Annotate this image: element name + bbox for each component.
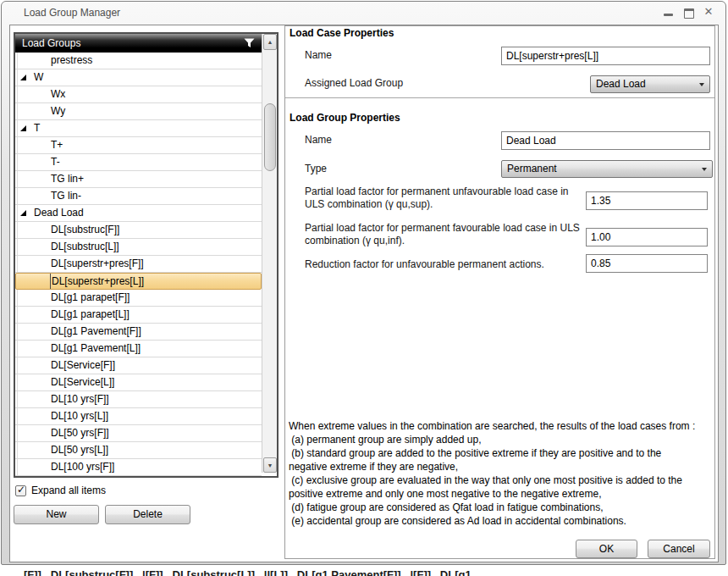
background-window-clipped-text: [F]] DL[substruc[F]] |[F]] DL[substruc[L… <box>24 568 498 576</box>
tree-item[interactable]: DL[g1 Pavement[F]] <box>15 324 262 341</box>
expander-icon[interactable] <box>20 125 26 131</box>
tree-group-item[interactable]: Dead Load <box>15 205 262 222</box>
tree-item[interactable]: TG lin+ <box>15 171 262 188</box>
tree-item-label: DL[10 yrs[L]] <box>51 408 108 424</box>
load-group-name-label: Name <box>305 134 332 146</box>
tree-item[interactable]: DL[substruc[L]] <box>15 239 262 256</box>
tree-item-label: DL[50 yrs[L]] <box>51 442 108 458</box>
assigned-load-group-label: Assigned Load Group <box>305 77 403 89</box>
tree-item-label: T- <box>51 154 60 170</box>
screen: [F]] DL[substruc[F]] |[F]] DL[substruc[L… <box>0 0 728 576</box>
load-groups-tree: Load Groups prestressWWxWyTT+T-TG lin+TG… <box>14 32 279 478</box>
expand-all-label: Expand all items <box>31 485 106 496</box>
tree-item[interactable]: DL[g1 Pavement[L]] <box>15 341 262 357</box>
filter-icon[interactable] <box>244 38 255 48</box>
tree-item[interactable]: Wy <box>15 103 262 120</box>
tree-group-item[interactable]: W <box>15 69 262 86</box>
maximize-icon[interactable] <box>684 8 694 19</box>
expander-icon[interactable] <box>20 75 26 80</box>
tree-item[interactable]: DL[substruc[F]] <box>15 222 262 239</box>
tree-item[interactable]: DL[50 yrs[F]] <box>15 425 262 442</box>
scrollbar-thumb[interactable] <box>264 103 276 171</box>
tree-item[interactable]: Wx <box>15 86 262 103</box>
tree-item[interactable]: DL[g1 parapet[L]] <box>15 307 262 324</box>
tree-item-label: TG lin+ <box>51 171 84 187</box>
new-button[interactable]: New <box>14 505 99 524</box>
tree-item-label: DL[50 yrs[F]] <box>51 425 109 441</box>
tree-rows: prestressWWxWyTT+T-TG lin+TG lin-Dead Lo… <box>15 53 262 476</box>
assigned-load-group-combobox[interactable]: Dead Load <box>590 75 710 93</box>
tree-item[interactable]: DL[100 yrs[F]] <box>15 459 262 476</box>
delete-button[interactable]: Delete <box>105 505 190 524</box>
factor-favourable-input[interactable] <box>586 228 708 246</box>
tree-item-label: prestress <box>51 53 92 69</box>
load-case-properties-heading: Load Case Properties <box>290 27 394 39</box>
tree-item[interactable]: DL[g1 parapet[F]] <box>15 290 262 307</box>
section-separator <box>285 97 714 98</box>
tree-item-label: Wx <box>51 86 65 102</box>
load-group-type-value: Permanent <box>507 163 557 174</box>
tree-header: Load Groups <box>15 34 262 53</box>
load-case-name-label: Name <box>305 49 332 61</box>
expander-icon[interactable] <box>20 210 26 216</box>
tree-item-label: DL[g1 parapet[L]] <box>51 307 130 323</box>
load-case-name-input[interactable] <box>501 47 710 65</box>
tree-group-item[interactable]: T <box>15 120 262 137</box>
tree-item-label: DL[superstr+pres[F]] <box>51 256 144 272</box>
tree-item-label: Dead Load <box>34 205 84 221</box>
tree-item-label: DL[10 yrs[F]] <box>51 391 109 407</box>
scroll-up-icon[interactable]: ▲ <box>263 34 277 50</box>
tree-item-label: W <box>34 69 43 86</box>
tree-item[interactable]: prestress <box>15 53 262 69</box>
factor-unfavourable-label: Partial load factor for permanent unfavo… <box>305 186 586 211</box>
tree-header-label: Load Groups <box>22 37 80 49</box>
load-group-name-input[interactable] <box>501 131 710 150</box>
ok-button[interactable]: OK <box>576 540 637 558</box>
checkbox-check-icon: ✓ <box>17 484 25 496</box>
expand-all-checkbox[interactable]: ✓ <box>15 485 26 496</box>
minimize-icon[interactable] <box>664 14 673 16</box>
tree-item-label: DL[substruc[F]] <box>51 222 119 238</box>
factor-favourable-label: Partial load factor for permanent favour… <box>305 222 586 247</box>
tree-item[interactable]: DL[Service[L]] <box>15 374 262 391</box>
close-icon[interactable]: ✕ <box>702 5 715 18</box>
tree-item[interactable]: DL[superstr+pres[L]] <box>15 273 262 290</box>
tree-item-label: DL[superstr+pres[L]] <box>52 274 144 290</box>
tree-item[interactable]: DL[Service[F]] <box>15 357 262 374</box>
tree-item[interactable]: DL[10 yrs[L]] <box>15 408 262 425</box>
tree-item[interactable]: T+ <box>15 137 262 154</box>
tree-item-label: DL[Service[F]] <box>51 357 115 374</box>
tree-item-label: DL[100 yrs[F]] <box>51 459 114 475</box>
reduction-factor-label: Reduction factor for unfavourable perman… <box>305 258 586 271</box>
tree-item-label: DL[g1 parapet[F]] <box>51 290 130 306</box>
tree-item-label: T <box>34 120 40 136</box>
dropdown-arrow-icon <box>699 83 704 86</box>
reduction-factor-input[interactable] <box>586 254 708 273</box>
tree-item-label: DL[g1 Pavement[F]] <box>51 324 141 340</box>
tree-item[interactable]: DL[50 yrs[L]] <box>15 442 262 459</box>
load-group-type-combobox[interactable]: Permanent <box>501 160 713 178</box>
tree-item-label: DL[Service[L]] <box>51 374 114 390</box>
tree-item-label: Wy <box>51 103 65 119</box>
factor-unfavourable-input[interactable] <box>586 191 708 210</box>
cancel-button[interactable]: Cancel <box>648 540 710 558</box>
combination-notes: When extreme values in the combination a… <box>289 419 719 531</box>
tree-item[interactable]: DL[superstr+pres[F]] <box>15 256 262 273</box>
tree-item[interactable]: T- <box>15 154 262 171</box>
load-group-type-label: Type <box>305 163 327 174</box>
tree-item-label: DL[substruc[L]] <box>51 239 119 255</box>
window-title: Load Group Manager <box>24 7 120 19</box>
load-group-properties-heading: Load Group Properties <box>290 112 400 124</box>
tree-item-label: T+ <box>51 137 63 153</box>
tree-item-label: TG lin- <box>51 188 81 204</box>
tree-item[interactable]: DL[10 yrs[F]] <box>15 391 262 408</box>
tree-item-label: DL[g1 Pavement[L]] <box>51 341 141 357</box>
tree-item[interactable]: TG lin- <box>15 188 262 205</box>
tree-scrollbar[interactable]: ▲ ▼ <box>262 34 277 473</box>
scroll-down-icon[interactable]: ▼ <box>263 457 277 473</box>
assigned-load-group-value: Dead Load <box>596 78 646 90</box>
dropdown-arrow-icon <box>702 168 707 171</box>
